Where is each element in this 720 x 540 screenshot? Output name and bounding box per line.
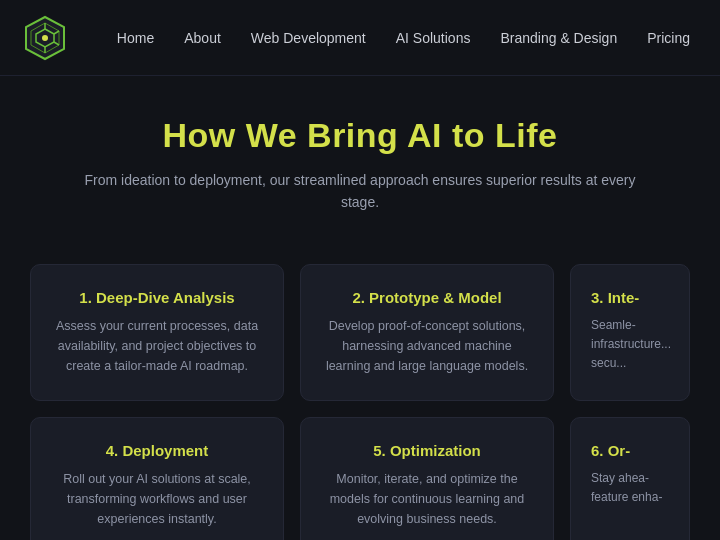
card-4-title: 4. Deployment <box>51 442 263 459</box>
hero-subtitle: From ideation to deployment, our streaml… <box>80 169 640 214</box>
svg-point-3 <box>42 35 48 41</box>
hero-title: How We Bring AI to Life <box>60 116 660 155</box>
hero-section: How We Bring AI to Life From ideation to… <box>0 76 720 244</box>
card-1-desc: Assess your current processes, data avai… <box>51 316 263 376</box>
card-3-title: 3. Inte- <box>591 289 669 306</box>
nav-links: Home About Web Development AI Solutions … <box>117 29 690 47</box>
card-1-title: 1. Deep-Dive Analysis <box>51 289 263 306</box>
card-6-desc: Stay ahea-feature enha- <box>591 469 669 507</box>
card-ongoing-partial: 6. Or- Stay ahea-feature enha- <box>570 417 690 540</box>
card-2-desc: Develop proof-of-concept solutions, harn… <box>321 316 533 376</box>
nav-item-home[interactable]: Home <box>117 29 154 47</box>
card-5-desc: Monitor, iterate, and optimize the model… <box>321 469 533 529</box>
nav-item-about[interactable]: About <box>184 29 221 47</box>
logo[interactable] <box>20 13 70 63</box>
nav-item-web-development[interactable]: Web Development <box>251 29 366 47</box>
cards-row-2: 4. Deployment Roll out your AI solutions… <box>30 417 690 540</box>
nav-item-ai-solutions[interactable]: AI Solutions <box>396 29 471 47</box>
navbar: Home About Web Development AI Solutions … <box>0 0 720 76</box>
card-integration-partial: 3. Inte- Seamle-infrastructure...secu... <box>570 264 690 401</box>
cards-row-1: 1. Deep-Dive Analysis Assess your curren… <box>30 264 690 401</box>
cards-section: 1. Deep-Dive Analysis Assess your curren… <box>0 244 720 540</box>
nav-item-branding-design[interactable]: Branding & Design <box>500 29 617 47</box>
card-2-title: 2. Prototype & Model <box>321 289 533 306</box>
card-deep-dive-analysis: 1. Deep-Dive Analysis Assess your curren… <box>30 264 284 401</box>
card-prototype-model: 2. Prototype & Model Develop proof-of-co… <box>300 264 554 401</box>
card-5-title: 5. Optimization <box>321 442 533 459</box>
card-4-desc: Roll out your AI solutions at scale, tra… <box>51 469 263 529</box>
card-6-title: 6. Or- <box>591 442 669 459</box>
card-3-desc: Seamle-infrastructure...secu... <box>591 316 669 374</box>
card-optimization: 5. Optimization Monitor, iterate, and op… <box>300 417 554 540</box>
nav-item-pricing[interactable]: Pricing <box>647 29 690 47</box>
card-deployment: 4. Deployment Roll out your AI solutions… <box>30 417 284 540</box>
